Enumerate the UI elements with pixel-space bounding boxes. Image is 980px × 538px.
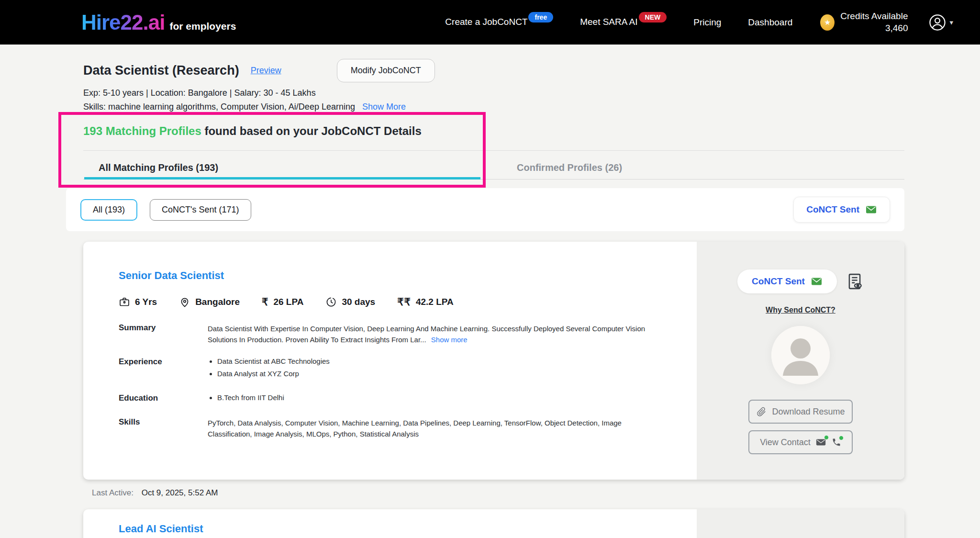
- profile-card: Lead AI Scientist: [83, 509, 904, 538]
- download-resume-label: Download Resume: [772, 407, 845, 417]
- conct-sent-status-label: CoNCT Sent: [752, 276, 805, 287]
- job-header-section: Data Scientist (Research) Preview Modify…: [0, 45, 980, 112]
- download-resume-button[interactable]: Download Resume: [748, 400, 853, 424]
- summary-text-block: Data Scientist With Expertise In Compute…: [208, 323, 655, 346]
- main-nav: Create a JobCoNCTfree Meet SARA AINEW Pr…: [445, 17, 792, 28]
- candidate-avatar: [771, 326, 830, 384]
- profile-title[interactable]: Senior Data Scientist: [119, 269, 678, 282]
- last-active-label: Last Active:: [92, 488, 134, 497]
- profile-stats-row: 6 Yrs Bangalore ₹ 26 LPA: [119, 296, 678, 308]
- view-contact-label: View Contact: [760, 437, 811, 448]
- credits-widget[interactable]: ★ Credits Available 3,460: [820, 11, 908, 34]
- job-skills-line: Skills: machine learning algorithms, Com…: [83, 102, 355, 112]
- paperclip-icon: [756, 406, 767, 417]
- stat-current-salary-value: 26 LPA: [273, 297, 303, 307]
- stat-expected-salary-value: 42.2 LPA: [416, 297, 454, 307]
- location-pin-icon: [179, 296, 190, 308]
- experience-item: Data Analyst at XYZ Corp: [217, 370, 678, 378]
- rupee-icon: ₹: [262, 296, 268, 308]
- credits-text: Credits Available 3,460: [840, 11, 908, 34]
- view-resume-button[interactable]: [846, 272, 864, 291]
- coin-icon: ★: [820, 14, 835, 31]
- verified-dot: [824, 435, 829, 440]
- double-rupee-icon: ₹₹: [397, 296, 411, 308]
- profile-card-body: Lead AI Scientist: [83, 509, 697, 538]
- profile-title[interactable]: Lead AI Scientist: [119, 523, 678, 535]
- credits-label: Credits Available: [840, 11, 908, 22]
- envelope-icon: [816, 437, 826, 448]
- preview-link[interactable]: Preview: [251, 66, 281, 76]
- clock-icon: [325, 296, 337, 308]
- chevron-down-icon: ▾: [949, 18, 953, 27]
- why-send-conct-link[interactable]: Why Send CoNCT?: [766, 306, 835, 314]
- nav-create-jobconct[interactable]: Create a JobCoNCTfree: [445, 17, 553, 28]
- modify-jobconct-button[interactable]: Modify JobCoNCT: [337, 59, 435, 82]
- star-glyph: ★: [824, 18, 831, 27]
- verified-dot: [839, 436, 844, 440]
- stat-notice-period: 30 days: [325, 296, 375, 308]
- filter-chip-concts-sent[interactable]: CoNCT's Sent (171): [150, 199, 251, 221]
- job-show-more-link[interactable]: Show More: [362, 102, 406, 112]
- logo-suffix: for employers: [169, 21, 236, 32]
- nav-dashboard[interactable]: Dashboard: [748, 17, 792, 28]
- nav-meet-sara-ai[interactable]: Meet SARA AINEW: [580, 17, 667, 28]
- summary-text: Data Scientist With Expertise In Compute…: [208, 325, 645, 344]
- logo[interactable]: Hire22.ai for employers: [81, 11, 236, 34]
- profile-detail-grid: Summary Data Scientist With Expertise In…: [119, 323, 678, 439]
- nav-create-jobconct-label: Create a JobCoNCT: [445, 17, 527, 27]
- last-active-row: Last Active: Oct 9, 2025, 5:52 AM: [92, 488, 904, 498]
- credits-value: 3,460: [885, 23, 908, 34]
- stat-notice-period-value: 30 days: [342, 297, 375, 307]
- envelope-sent-icon: [811, 276, 823, 287]
- free-badge: free: [528, 12, 553, 22]
- conct-sent-sort-label: CoNCT Sent: [806, 204, 859, 215]
- matching-profiles-section: 193 Matching Profiles found based on you…: [0, 112, 980, 179]
- nav-pricing[interactable]: Pricing: [693, 17, 721, 28]
- filter-chips: All (193) CoNCT's Sent (171): [80, 199, 251, 221]
- last-active-value: Oct 9, 2025, 5:52 AM: [142, 488, 218, 497]
- education-list: B.Tech from IIT Delhi: [208, 393, 678, 406]
- briefcase-icon: [119, 296, 130, 308]
- job-meta-line: Exp: 5-10 years | Location: Bangalore | …: [83, 88, 904, 98]
- tab-confirmed-profiles[interactable]: Confirmed Profiles (26): [494, 151, 904, 179]
- profile-card-body: Senior Data Scientist 6 Yrs: [83, 242, 697, 480]
- skills-label: Skills: [119, 417, 208, 440]
- education-label: Education: [119, 393, 208, 406]
- skills-text: PyTorch, Data Analysis, Computer Vision,…: [208, 417, 655, 440]
- summary-label: Summary: [119, 323, 208, 346]
- summary-show-more-link[interactable]: Show more: [431, 336, 468, 344]
- account-menu[interactable]: ▾: [929, 14, 953, 31]
- user-avatar-icon: [929, 14, 946, 31]
- document-eye-icon: [846, 285, 864, 292]
- stat-location-value: Bangalore: [195, 297, 240, 307]
- envelope-sent-icon: [866, 204, 877, 215]
- profile-card-aside: CoNCT Sent: [697, 242, 904, 480]
- phone-icon: [832, 437, 841, 447]
- matching-headline-rest: found based on your JobCoNCT Details: [201, 124, 422, 137]
- stat-experience-value: 6 Yrs: [135, 297, 157, 307]
- matching-count-highlight: 193 Matching Profiles: [83, 124, 201, 137]
- experience-item: Data Scientist at ABC Technologies: [217, 357, 678, 365]
- filter-chip-all[interactable]: All (193): [80, 199, 137, 221]
- stat-expected-salary: ₹₹ 42.2 LPA: [397, 296, 454, 308]
- stat-location: Bangalore: [179, 296, 240, 308]
- experience-list: Data Scientist at ABC Technologies Data …: [208, 357, 678, 382]
- view-contact-button[interactable]: View Contact: [748, 430, 853, 454]
- new-badge: NEW: [639, 12, 667, 22]
- stat-current-salary: ₹ 26 LPA: [262, 296, 303, 308]
- nav-meet-sara-ai-label: Meet SARA AI: [580, 17, 637, 27]
- conct-sent-status-button[interactable]: CoNCT Sent: [737, 269, 837, 293]
- tab-all-matching-profiles[interactable]: All Matching Profiles (193): [83, 151, 494, 179]
- profile-card: Senior Data Scientist 6 Yrs: [83, 242, 904, 480]
- filter-panel: All (193) CoNCT's Sent (171) CoNCT Sent: [66, 188, 904, 231]
- logo-text: Hire22.ai: [81, 11, 165, 34]
- stat-experience: 6 Yrs: [119, 296, 157, 308]
- profile-card-aside: [697, 509, 904, 538]
- matching-headline: 193 Matching Profiles found based on you…: [83, 112, 904, 138]
- top-navigation-bar: Hire22.ai for employers Create a JobCoNC…: [0, 0, 980, 45]
- education-item: B.Tech from IIT Delhi: [217, 393, 678, 402]
- page-title: Data Scientist (Research): [83, 63, 239, 78]
- experience-label: Experience: [119, 357, 208, 382]
- conct-sent-sort-button[interactable]: CoNCT Sent: [793, 197, 890, 223]
- profile-tabs: All Matching Profiles (193) Confirmed Pr…: [83, 150, 904, 179]
